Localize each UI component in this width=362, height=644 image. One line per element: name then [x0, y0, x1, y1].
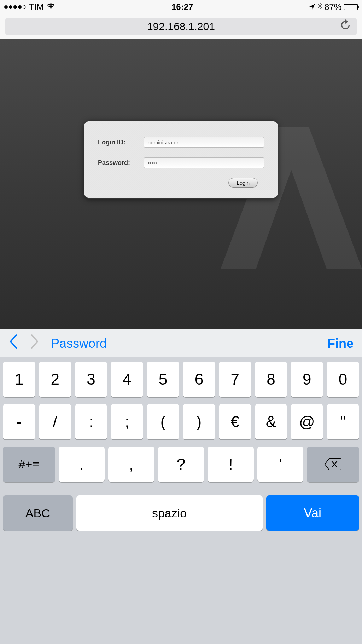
key-period[interactable]: . — [59, 447, 105, 482]
login-button[interactable]: Login — [228, 178, 258, 188]
autofill-field-label[interactable]: Password — [51, 336, 107, 351]
key-2[interactable]: 2 — [39, 362, 71, 397]
keyboard-row-3: #+= . , ? ! ' — [3, 447, 359, 482]
key-abc[interactable]: ABC — [3, 495, 73, 531]
location-icon — [309, 2, 315, 12]
keyboard-done-button[interactable]: Fine — [327, 336, 354, 351]
key-space[interactable]: spazio — [76, 495, 263, 531]
key-9[interactable]: 9 — [291, 362, 323, 397]
key-slash[interactable]: / — [39, 404, 71, 439]
wifi-icon — [46, 2, 56, 12]
login-panel: Login ID: Password: Login — [84, 120, 278, 199]
key-apostrophe[interactable]: ' — [257, 447, 304, 482]
previous-field-button[interactable] — [8, 334, 18, 353]
status-bar: TIM 16:27 87% — [0, 0, 362, 14]
key-semicolon[interactable]: ; — [111, 404, 143, 439]
key-comma[interactable]: , — [108, 447, 154, 482]
key-7[interactable]: 7 — [219, 362, 251, 397]
password-label: Password: — [98, 159, 144, 167]
signal-strength-icon — [4, 5, 26, 9]
key-euro[interactable]: € — [219, 404, 251, 439]
clock: 16:27 — [171, 2, 193, 12]
keyboard-row-2: - / : ; ( ) € & @ " — [3, 404, 359, 439]
password-input[interactable] — [144, 157, 264, 168]
keyboard-autofill-bar: Password Fine — [0, 329, 362, 357]
key-0[interactable]: 0 — [327, 362, 359, 397]
key-backspace[interactable] — [307, 447, 359, 482]
browser-address-bar: 192.168.1.201 — [0, 14, 362, 39]
key-dash[interactable]: - — [3, 404, 35, 439]
key-5[interactable]: 5 — [147, 362, 179, 397]
key-paren-open[interactable]: ( — [147, 404, 179, 439]
key-exclaim[interactable]: ! — [208, 447, 254, 482]
battery-icon — [344, 4, 358, 10]
status-left: TIM — [4, 2, 56, 12]
virtual-keyboard: 1 2 3 4 5 6 7 8 9 0 - / : ; ( ) € & @ " … — [0, 357, 362, 644]
key-paren-close[interactable]: ) — [183, 404, 215, 439]
key-question[interactable]: ? — [158, 447, 204, 482]
key-colon[interactable]: : — [75, 404, 107, 439]
backspace-icon — [324, 458, 342, 471]
reload-icon[interactable] — [340, 19, 351, 34]
carrier-label: TIM — [29, 2, 43, 12]
key-symbols-shift[interactable]: #+= — [3, 447, 55, 482]
status-right: 87% — [309, 2, 358, 12]
url-text: 192.168.1.201 — [147, 21, 215, 33]
battery-percent: 87% — [325, 2, 341, 12]
login-id-label: Login ID: — [98, 139, 144, 146]
next-field-button[interactable] — [30, 334, 40, 353]
key-8[interactable]: 8 — [255, 362, 287, 397]
key-6[interactable]: 6 — [183, 362, 215, 397]
key-go[interactable]: Vai — [266, 495, 359, 531]
web-page-content: Login ID: Password: Login — [0, 39, 362, 329]
keyboard-row-4: ABC spazio Vai — [3, 495, 359, 531]
login-id-input[interactable] — [144, 137, 264, 148]
key-3[interactable]: 3 — [75, 362, 107, 397]
bluetooth-icon — [317, 2, 322, 12]
key-4[interactable]: 4 — [111, 362, 143, 397]
keyboard-row-1: 1 2 3 4 5 6 7 8 9 0 — [3, 362, 359, 397]
key-at[interactable]: @ — [291, 404, 323, 439]
key-1[interactable]: 1 — [3, 362, 35, 397]
key-quote[interactable]: " — [327, 404, 359, 439]
address-field[interactable]: 192.168.1.201 — [5, 18, 357, 35]
key-ampersand[interactable]: & — [255, 404, 287, 439]
